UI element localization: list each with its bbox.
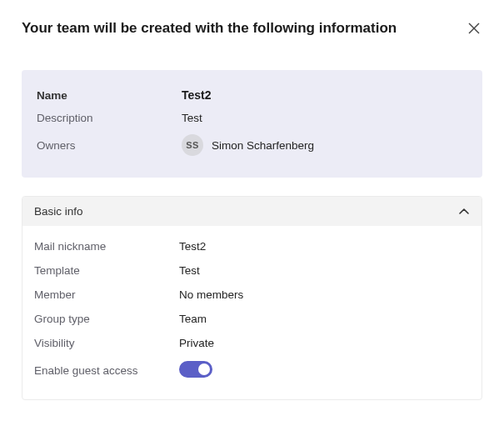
basic-info-section: Basic info Mail nickname Test2 Template … (22, 196, 482, 400)
dialog-header: Your team will be created with the follo… (22, 20, 482, 37)
mail-nickname-value: Test2 (179, 240, 206, 253)
mail-nickname-row: Mail nickname Test2 (34, 234, 470, 258)
group-type-value: Team (179, 313, 207, 325)
template-label: Template (34, 264, 179, 277)
mail-nickname-label: Mail nickname (34, 240, 179, 253)
summary-card: Name Test2 Description Test Owners SS Si… (22, 70, 482, 178)
section-header[interactable]: Basic info (22, 197, 482, 226)
owner-name: Simon Scharfenberg (212, 139, 314, 152)
close-icon (468, 23, 480, 34)
summary-description-row: Description Test (37, 107, 467, 129)
description-label: Description (37, 112, 182, 124)
close-button[interactable] (466, 20, 482, 37)
guest-access-row: Enable guest access (34, 355, 470, 386)
name-value: Test2 (182, 88, 212, 102)
template-row: Template Test (34, 258, 470, 283)
guest-access-value (179, 361, 212, 380)
visibility-value: Private (179, 337, 214, 349)
avatar: SS (182, 134, 203, 156)
chevron-up-icon (458, 206, 470, 218)
guest-access-toggle[interactable] (179, 361, 212, 378)
member-row: Member No members (34, 283, 470, 307)
member-label: Member (34, 288, 179, 301)
member-value: No members (179, 288, 243, 301)
section-title: Basic info (34, 205, 83, 218)
description-value: Test (182, 112, 202, 124)
owners-label: Owners (37, 139, 182, 152)
dialog-title: Your team will be created with the follo… (22, 20, 397, 37)
owners-value: SS Simon Scharfenberg (182, 134, 314, 156)
owner-chip: SS Simon Scharfenberg (182, 134, 314, 156)
group-type-row: Group type Team (34, 307, 470, 331)
template-value: Test (179, 264, 200, 277)
name-label: Name (37, 89, 182, 102)
section-body: Mail nickname Test2 Template Test Member… (22, 226, 482, 399)
summary-name-row: Name Test2 (37, 83, 467, 107)
visibility-label: Visibility (34, 337, 179, 349)
visibility-row: Visibility Private (34, 331, 470, 355)
guest-access-label: Enable guest access (34, 364, 179, 377)
summary-owners-row: Owners SS Simon Scharfenberg (37, 129, 467, 161)
group-type-label: Group type (34, 313, 179, 325)
